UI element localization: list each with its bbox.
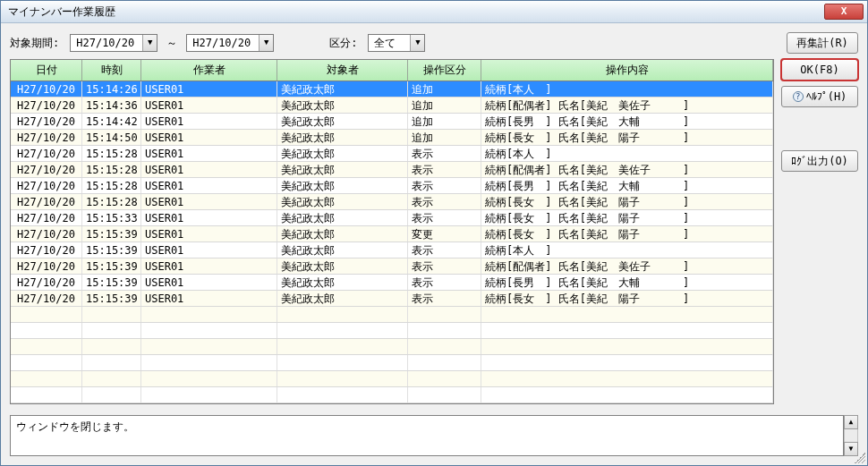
dropdown-arrow-icon[interactable]: ▼ — [259, 35, 273, 51]
cell-user: USER01 — [141, 114, 277, 129]
close-button[interactable]: X — [824, 4, 864, 20]
cell-op: 追加 — [408, 114, 481, 129]
table-row[interactable]: H27/10/2015:15:39USER01美紀政太郎変更続柄[長女 ] 氏名… — [11, 226, 773, 242]
status-text: ウィンドウを閉じます。 — [16, 420, 134, 433]
table-row-empty — [11, 355, 773, 371]
cell-user: USER01 — [141, 130, 277, 145]
col-detail[interactable]: 操作内容 — [481, 60, 773, 80]
table-row[interactable]: H27/10/2015:15:28USER01美紀政太郎表示続柄[配偶者] 氏名… — [11, 162, 773, 178]
kubun-label: 区分: — [329, 36, 357, 51]
kubun-combo[interactable]: 全て ▼ — [368, 34, 425, 52]
table-row[interactable]: H27/10/2015:14:50USER01美紀政太郎追加続柄[長女 ] 氏名… — [11, 130, 773, 146]
cell-date: H27/10/20 — [11, 162, 82, 177]
grid-body: H27/10/2015:14:26USER01美紀政太郎追加続柄[本人 ]H27… — [11, 81, 773, 403]
table-row[interactable]: H27/10/2015:14:36USER01美紀政太郎追加続柄[配偶者] 氏名… — [11, 97, 773, 114]
filter-row: 対象期間: H27/10/20 ▼ ～ H27/10/20 ▼ 区分: 全て ▼… — [10, 32, 858, 54]
table-row-empty — [11, 387, 773, 403]
cell-target: 美紀政太郎 — [277, 114, 408, 129]
help-icon: ? — [793, 91, 804, 102]
cell-user: USER01 — [141, 97, 277, 113]
ok-button[interactable]: OK(F8) — [781, 59, 858, 80]
cell-op: 表示 — [408, 162, 481, 177]
dropdown-arrow-icon[interactable]: ▼ — [142, 35, 157, 51]
cell-date: H27/10/20 — [11, 226, 82, 241]
status-text-box: ウィンドウを閉じます。 — [10, 415, 844, 456]
recalc-button[interactable]: 再集計(R) — [787, 32, 858, 54]
table-row[interactable]: H27/10/2015:14:42USER01美紀政太郎追加続柄[長男 ] 氏名… — [11, 114, 773, 130]
side-buttons: OK(F8) ? ﾍﾙﾌﾟ(H) ﾛｸﾞ出力(O) — [781, 59, 858, 404]
cell-date: H27/10/20 — [11, 146, 82, 161]
cell-target: 美紀政太郎 — [277, 210, 408, 225]
cell-target: 美紀政太郎 — [277, 130, 408, 145]
cell-detail: 続柄[本人 ] — [481, 242, 773, 258]
help-button[interactable]: ? ﾍﾙﾌﾟ(H) — [781, 86, 858, 107]
col-date[interactable]: 日付 — [11, 60, 82, 80]
window-title: マイナンバー作業履歴 — [4, 4, 824, 20]
date-from-value: H27/10/20 — [71, 37, 142, 49]
cell-user: USER01 — [141, 146, 277, 161]
dropdown-arrow-icon[interactable]: ▼ — [410, 35, 424, 51]
cell-date: H27/10/20 — [11, 97, 82, 113]
main-row: 日付 時刻 作業者 対象者 操作区分 操作内容 H27/10/2015:14:2… — [10, 59, 858, 404]
log-output-button[interactable]: ﾛｸﾞ出力(O) — [781, 150, 858, 172]
table-row[interactable]: H27/10/2015:15:39USER01美紀政太郎表示続柄[長女 ] 氏名… — [11, 291, 773, 307]
resize-grip-icon[interactable] — [855, 453, 865, 463]
table-row[interactable]: H27/10/2015:15:39USER01美紀政太郎表示続柄[本人 ] — [11, 242, 773, 258]
col-op[interactable]: 操作区分 — [408, 60, 481, 80]
cell-op: 表示 — [408, 258, 481, 274]
col-target[interactable]: 対象者 — [277, 60, 408, 80]
date-to-value: H27/10/20 — [187, 37, 259, 49]
table-row-empty — [11, 339, 773, 355]
cell-target: 美紀政太郎 — [277, 146, 408, 161]
cell-date: H27/10/20 — [11, 210, 82, 225]
cell-detail: 続柄[長女 ] 氏名[美紀 陽子 ] — [481, 210, 773, 225]
cell-user: USER01 — [141, 178, 277, 193]
table-row-empty — [11, 323, 773, 339]
cell-detail: 続柄[長男 ] 氏名[美紀 大輔 ] — [481, 114, 773, 129]
cell-op: 表示 — [408, 291, 481, 306]
history-grid: 日付 時刻 作業者 対象者 操作区分 操作内容 H27/10/2015:14:2… — [10, 59, 774, 404]
cell-detail: 続柄[本人 ] — [481, 81, 773, 97]
cell-op: 表示 — [408, 146, 481, 161]
cell-time: 15:15:28 — [82, 178, 141, 193]
status-bar: ウィンドウを閉じます。 ▲ ▼ — [10, 410, 858, 456]
date-from-combo[interactable]: H27/10/20 ▼ — [70, 34, 157, 52]
col-time[interactable]: 時刻 — [82, 60, 141, 80]
table-row[interactable]: H27/10/2015:15:28USER01美紀政太郎表示続柄[長男 ] 氏名… — [11, 178, 773, 194]
cell-detail: 続柄[本人 ] — [481, 146, 773, 161]
content-area: 対象期間: H27/10/20 ▼ ～ H27/10/20 ▼ 区分: 全て ▼… — [1, 23, 867, 465]
cell-detail: 続柄[配偶者] 氏名[美紀 美佐子 ] — [481, 162, 773, 177]
cell-user: USER01 — [141, 226, 277, 241]
cell-user: USER01 — [141, 210, 277, 225]
table-row[interactable]: H27/10/2015:15:33USER01美紀政太郎表示続柄[長女 ] 氏名… — [11, 210, 773, 226]
cell-detail: 続柄[配偶者] 氏名[美紀 美佐子 ] — [481, 97, 773, 113]
cell-time: 15:15:39 — [82, 275, 141, 290]
table-row[interactable]: H27/10/2015:15:28USER01美紀政太郎表示続柄[本人 ] — [11, 146, 773, 162]
table-row-empty — [11, 371, 773, 387]
cell-op: 追加 — [408, 97, 481, 113]
date-to-combo[interactable]: H27/10/20 ▼ — [186, 34, 274, 52]
cell-time: 15:14:26 — [82, 81, 141, 97]
title-bar: マイナンバー作業履歴 X — [1, 1, 867, 23]
cell-date: H27/10/20 — [11, 178, 82, 193]
cell-time: 15:15:28 — [82, 146, 141, 161]
cell-detail: 続柄[長女 ] 氏名[美紀 陽子 ] — [481, 130, 773, 145]
cell-time: 15:15:28 — [82, 162, 141, 177]
table-row[interactable]: H27/10/2015:15:39USER01美紀政太郎表示続柄[配偶者] 氏名… — [11, 258, 773, 275]
scroll-track[interactable] — [844, 429, 858, 442]
cell-detail: 続柄[長女 ] 氏名[美紀 陽子 ] — [481, 194, 773, 209]
cell-date: H27/10/20 — [11, 114, 82, 129]
table-row[interactable]: H27/10/2015:14:26USER01美紀政太郎追加続柄[本人 ] — [11, 81, 773, 97]
cell-date: H27/10/20 — [11, 242, 82, 258]
scroll-up-icon[interactable]: ▲ — [844, 415, 858, 429]
table-row[interactable]: H27/10/2015:15:39USER01美紀政太郎表示続柄[長男 ] 氏名… — [11, 275, 773, 291]
period-label: 対象期間: — [10, 36, 59, 51]
cell-time: 15:15:39 — [82, 226, 141, 241]
cell-op: 表示 — [408, 210, 481, 225]
status-scrollbar[interactable]: ▲ ▼ — [844, 415, 858, 456]
col-user[interactable]: 作業者 — [141, 60, 277, 80]
cell-user: USER01 — [141, 242, 277, 258]
cell-date: H27/10/20 — [11, 275, 82, 290]
cell-target: 美紀政太郎 — [277, 81, 408, 97]
table-row[interactable]: H27/10/2015:15:28USER01美紀政太郎表示続柄[長女 ] 氏名… — [11, 194, 773, 210]
